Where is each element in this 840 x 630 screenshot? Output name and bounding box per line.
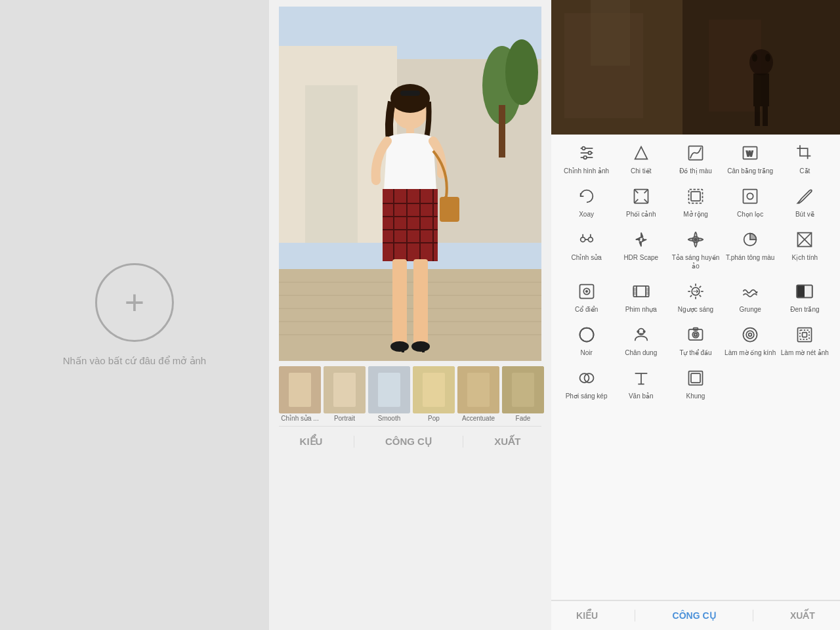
svg-point-76: [747, 193, 753, 199]
right-tab-sep-2: [753, 610, 753, 621]
thumb-smooth[interactable]: Smooth: [368, 366, 410, 422]
tool-hdr[interactable]: HDR Scape: [615, 228, 667, 270]
noir-icon: [575, 323, 598, 346]
tool-tonmau[interactable]: T.phán tông màu: [724, 228, 776, 270]
tool-xoay[interactable]: Xoay: [560, 184, 613, 219]
right-preview-image: [551, 0, 840, 135]
tool-morong[interactable]: Mở rộng: [669, 184, 722, 219]
tool-label-cat: Cắt: [799, 167, 810, 175]
thumb-img-chinhsua: [279, 366, 321, 413]
tool-nguocsang[interactable]: Ngược sáng: [669, 280, 722, 314]
svg-point-78: [588, 238, 593, 242]
tool-row-1: Chỉnh hình ảnh Chi tiết Đồ thị màu: [559, 141, 832, 175]
doubleexp-icon: [575, 366, 598, 390]
thumb-label-fade: Fade: [516, 415, 531, 422]
tool-lammonet[interactable]: Làm mờ nét ảnh: [778, 323, 831, 357]
thumb-pop[interactable]: Pop: [413, 366, 455, 422]
svg-rect-118: [691, 373, 700, 383]
svg-rect-31: [402, 345, 404, 352]
right-tab-kieu[interactable]: KIỂU: [563, 608, 611, 623]
tool-lammoongkinh[interactable]: Làm mờ ống kính: [724, 323, 776, 357]
thumb-img-portrait: [324, 366, 366, 413]
lenblur-icon: [738, 323, 762, 346]
thumb-portrait[interactable]: Portrait: [324, 366, 366, 422]
thumbnail-strip: Chỉnh sửa ... Portrait Smooth Pop Accent…: [279, 366, 541, 422]
tool-butvẽ[interactable]: Bút vẽ: [778, 184, 831, 219]
blur-icon: [793, 323, 816, 346]
thumb-fade[interactable]: Fade: [502, 366, 544, 422]
tool-dentrang[interactable]: Đen trắng: [778, 280, 831, 314]
tool-label-tonmau: T.phán tông màu: [726, 253, 775, 262]
tool-dothi[interactable]: Đồ thị màu: [669, 141, 722, 175]
svg-point-100: [637, 331, 639, 332]
tool-label-dentrang: Đen trắng: [790, 305, 819, 314]
tool-chonloc[interactable]: Chọn lọc: [724, 184, 776, 219]
tool-cat[interactable]: Cắt: [778, 141, 831, 175]
right-tab-congthu[interactable]: CÔNG CỤ: [660, 608, 729, 623]
thumb-chinhsua[interactable]: Chỉnh sửa ...: [279, 366, 321, 422]
tool-phoicanh[interactable]: Phối cảnh: [615, 184, 667, 219]
rotate-icon: [575, 184, 598, 208]
tab-congthu[interactable]: CÔNG CỤ: [375, 433, 442, 450]
tool-phoisangkep[interactable]: Phơi sáng kép: [560, 366, 613, 400]
svg-rect-92: [646, 292, 649, 295]
svg-rect-111: [803, 333, 807, 337]
tool-codien[interactable]: Cổ điển: [560, 280, 613, 314]
tool-label-chandung: Chân dung: [625, 348, 657, 357]
tab-kieu[interactable]: KIỂU: [289, 433, 333, 450]
tool-toasang[interactable]: Tỏa sáng huyền ảo: [669, 228, 722, 270]
svg-rect-88: [633, 286, 648, 297]
add-photo-button[interactable]: +: [95, 263, 174, 342]
tool-label-chinhhsua: Chỉnh sửa: [571, 253, 601, 262]
tab-xuat[interactable]: XUẤT: [484, 433, 531, 450]
grunge-icon: [738, 280, 762, 303]
tool-philmnhua[interactable]: Phim nhựa: [615, 280, 667, 314]
tool-label-kichtinh: Kịch tính: [791, 253, 818, 262]
tool-label-butvẽ: Bút vẽ: [795, 210, 814, 219]
thumb-img-pop: [413, 366, 455, 413]
tool-tuthedad[interactable]: Tự thể đầu: [669, 323, 722, 357]
tool-canbang[interactable]: W Cân bằng trắng: [724, 141, 776, 175]
tool-grunge[interactable]: Grunge: [724, 280, 776, 314]
svg-point-29: [390, 341, 409, 352]
center-panel: Chỉnh sửa ... Portrait Smooth Pop Accent…: [269, 0, 551, 630]
svg-rect-26: [440, 197, 459, 222]
tool-chitiet[interactable]: Chi tiết: [615, 141, 667, 175]
select-icon: [738, 184, 762, 208]
tool-kichtinh[interactable]: Kịch tính: [778, 228, 831, 270]
right-panel: Chỉnh hình ảnh Chi tiết Đồ thị màu: [551, 0, 840, 630]
svg-rect-7: [279, 269, 541, 361]
tab-sep-2: [463, 436, 463, 448]
thumb-accentuate[interactable]: Accentuate: [457, 366, 499, 422]
tool-khung[interactable]: Khung: [669, 366, 722, 400]
tool-chinhhinhanh[interactable]: Chỉnh hình ảnh: [560, 141, 613, 175]
tool-chinhhsua[interactable]: Chỉnh sửa: [560, 228, 613, 270]
detail-icon: [629, 141, 653, 165]
tool-row-5: Noir Chân dung: [559, 323, 832, 357]
thumb-img-smooth: [368, 366, 410, 413]
tool-label-lammoongkinh: Làm mờ ống kính: [724, 348, 776, 357]
tool-label-khung: Khung: [686, 392, 705, 400]
perspective-icon: [629, 184, 653, 208]
tool-label-phoicanh: Phối cảnh: [626, 210, 656, 219]
right-preview-overlay: [551, 0, 840, 135]
tool-label-noir: Noir: [580, 348, 592, 357]
tool-vanban[interactable]: Văn bản: [615, 366, 667, 400]
wb-icon: W: [738, 141, 762, 165]
tool-row-6: Phơi sáng kép Văn bản: [559, 366, 832, 400]
svg-rect-3: [305, 85, 358, 243]
svg-rect-28: [413, 259, 428, 345]
tool-chandung[interactable]: Chân dung: [615, 323, 667, 357]
tool-noir[interactable]: Noir: [560, 323, 613, 357]
svg-point-62: [588, 152, 591, 155]
thumb-label-chinhsua: Chỉnh sửa ...: [281, 415, 318, 422]
svg-rect-91: [646, 288, 649, 291]
right-tab-xuat[interactable]: XUẤT: [777, 608, 828, 623]
right-tab-sep-1: [635, 610, 635, 621]
tool-label-grunge: Grunge: [739, 305, 761, 314]
tool-label-toasang: Tỏa sáng huyền ảo: [669, 253, 722, 270]
tool-label-morong: Mở rộng: [683, 210, 708, 219]
curve-icon: [684, 141, 707, 165]
svg-rect-40: [423, 373, 445, 407]
tool-label-hdr: HDR Scape: [623, 253, 658, 262]
